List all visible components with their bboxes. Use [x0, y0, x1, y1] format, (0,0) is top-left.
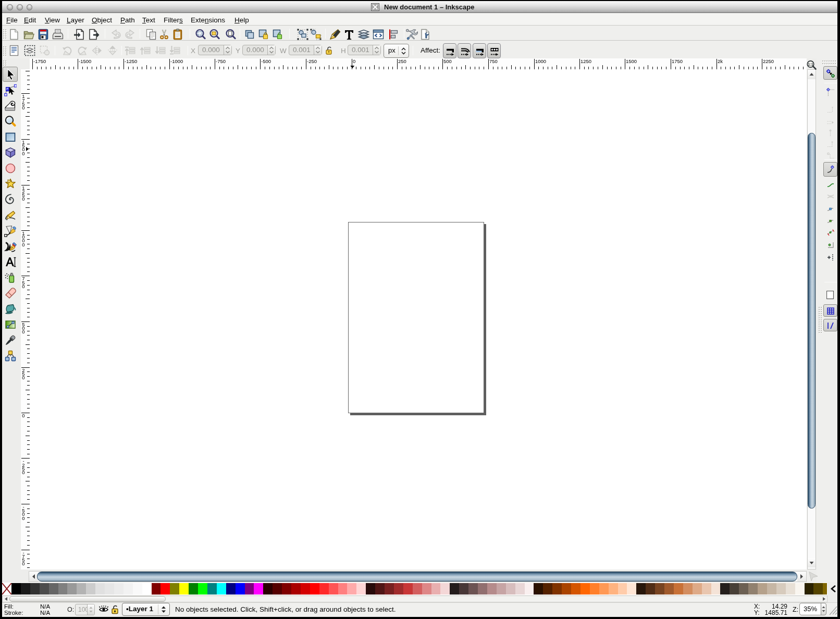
svg-text:1:1: 1:1 [808, 63, 813, 66]
